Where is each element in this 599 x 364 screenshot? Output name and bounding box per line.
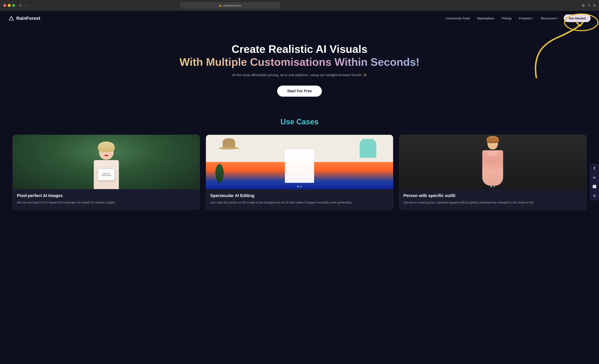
navbar: RainForest Community Feed Marketplace Pr… (0, 11, 599, 26)
use-cases-grid: welcome torainforest.zone Pixel-perfect … (13, 135, 586, 210)
tab-switcher-icon[interactable]: ⧉ (593, 4, 596, 7)
lock-icon: 🔒 (219, 4, 222, 7)
forward-button[interactable]: › (27, 4, 28, 7)
portrait-person: welcome torainforest.zone (92, 143, 121, 189)
nav-marketplace[interactable]: Marketplace (477, 17, 494, 20)
outfit-hair (486, 136, 499, 143)
portrait-lips (105, 155, 108, 156)
outfit-scene (399, 135, 586, 189)
card-ai-editing: Spectacular AI Editing Just mark the por… (206, 135, 393, 210)
card3-dots (490, 186, 495, 187)
dot-active (490, 186, 492, 187)
card-image-editing (206, 135, 393, 189)
address-bar[interactable]: 🔒 rainforest.zone (180, 2, 280, 9)
card-image-portrait: welcome torainforest.zone (13, 135, 200, 189)
card3-desc: Get person wearing your uploaded apparel… (404, 200, 582, 205)
browser-nav-buttons: ⊟ ‹ › (19, 4, 28, 7)
resources-dropdown-icon: ▾ (557, 17, 558, 20)
hero-title-line2: With Multiple Customisations Within Seco… (180, 56, 420, 68)
hero-title-line1: Create Realistic AI Visuals (232, 43, 367, 55)
logo-area[interactable]: RainForest (8, 16, 40, 21)
refresh-icon[interactable]: ↻ (588, 4, 590, 7)
portrait-figure: welcome torainforest.zone (13, 135, 200, 189)
editing-scene (206, 135, 393, 189)
hero-section: Create Realistic AI Visuals With Multipl… (0, 26, 599, 109)
hero-title: Create Realistic AI Visuals With Multipl… (8, 43, 591, 69)
tshirt-shape (360, 139, 376, 158)
dot-active (297, 186, 299, 187)
card-image-outfit (399, 135, 586, 189)
card1-title: Pixel-perfect AI Images (17, 193, 195, 198)
whatsapp-link[interactable]: ✆ (590, 191, 599, 200)
card1-content: Pixel-perfect AI Images We use our lates… (13, 189, 200, 210)
portrait-body: welcome torainforest.zone (94, 160, 119, 189)
portrait-hair (98, 141, 115, 152)
outfit-head (487, 137, 498, 149)
editing-tshirt (360, 139, 376, 160)
products-dropdown-icon: ▾ (532, 17, 533, 20)
card2-content: Spectacular AI Editing Just mark the por… (206, 189, 393, 210)
browser-chrome: ⊟ ‹ › 🔒 rainforest.zone ⊕ ↻ ⧉ (0, 0, 599, 11)
nav-pricing[interactable]: Pricing (502, 17, 511, 20)
facebook-link[interactable]: f (590, 164, 599, 173)
editing-hat (219, 137, 239, 149)
facebook-icon: f (594, 166, 595, 171)
card2-title: Spectacular AI Editing (210, 193, 389, 198)
traffic-lights (3, 4, 15, 7)
logo-text: RainForest (16, 16, 40, 21)
card2-desc: Just mark the portion on the image to be… (210, 200, 389, 205)
welcome-sign: welcome torainforest.zone (98, 169, 115, 180)
url-text: rainforest.zone (223, 4, 241, 7)
card-pixel-perfect: welcome torainforest.zone Pixel-perfect … (13, 135, 200, 210)
linkedin-icon: in (593, 176, 596, 179)
hat-brim (219, 147, 239, 149)
nav-community-feed[interactable]: Community Feed (446, 17, 469, 20)
nav-products[interactable]: Products ▾ (519, 17, 533, 20)
get-started-button[interactable]: Get Started (564, 14, 591, 22)
use-cases-title: Use Cases (13, 118, 586, 126)
card3-content: Person with specific outfit Get person w… (399, 189, 586, 210)
card2-dots (297, 186, 302, 187)
linkedin-link[interactable]: in (590, 173, 599, 182)
browser-toolbar-icons: ⊕ ↻ ⧉ (582, 3, 596, 8)
sign-text: welcome torainforest.zone (102, 173, 111, 176)
dot-inactive (493, 186, 495, 187)
back-button[interactable]: ‹ (24, 4, 25, 7)
portrait-head (99, 143, 114, 160)
nav-resources[interactable]: Resources ▾ (541, 17, 558, 20)
whatsapp-icon: ✆ (593, 194, 596, 198)
editing-white-paper (285, 149, 314, 183)
instagram-icon: ⬜ (592, 185, 597, 189)
card3-title: Person with specific outfit (404, 193, 582, 198)
logo-icon (8, 16, 14, 21)
use-cases-section: Use Cases welcome torainforest.zone (0, 109, 599, 218)
hat-crown (223, 138, 235, 148)
add-tab-icon[interactable]: ⊕ (582, 3, 585, 8)
nav-links: Community Feed Marketplace Pricing Produ… (446, 17, 558, 20)
outfit-dress (482, 150, 503, 186)
minimize-window-button[interactable] (8, 4, 11, 7)
start-for-free-button[interactable]: Start For Free (277, 86, 322, 97)
outfit-person (480, 137, 505, 187)
dot-inactive (300, 186, 302, 187)
card1-desc: We use our latest FLUX based fine-tuned … (17, 200, 195, 205)
social-sidebar: f in ⬜ ✆ (590, 164, 599, 200)
hero-subtitle: At the most affordable pricing, all in o… (8, 73, 591, 77)
card-specific-outfit: Person with specific outfit Get person w… (399, 135, 586, 210)
maximize-window-button[interactable] (12, 4, 15, 7)
sidebar-toggle-icon[interactable]: ⊟ (19, 4, 22, 7)
close-window-button[interactable] (3, 4, 6, 7)
instagram-link[interactable]: ⬜ (590, 182, 599, 191)
